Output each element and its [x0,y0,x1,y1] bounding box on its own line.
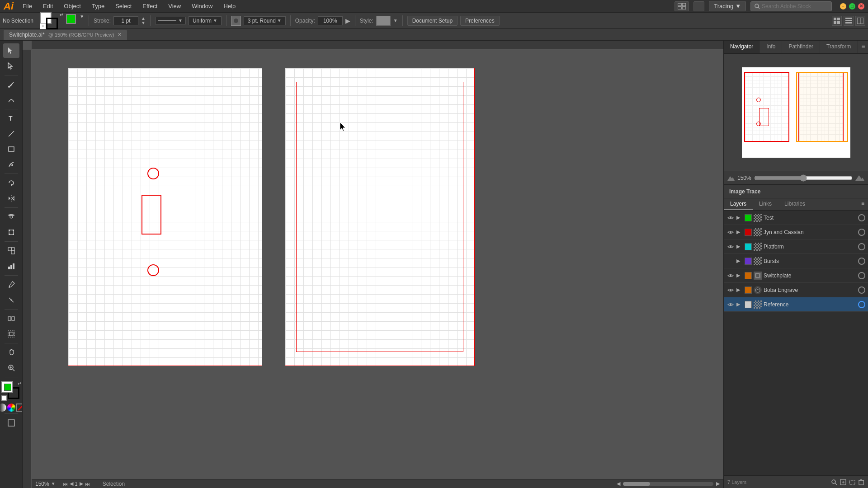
panel-icon-2[interactable] [844,16,854,26]
layer-expand-jyn[interactable]: ▶ [736,229,743,235]
layers-artboard-icon[interactable] [849,479,855,485]
scroll-bar[interactable] [623,482,713,486]
tool-color-active[interactable] [4,384,11,391]
menu-type[interactable]: Type [86,1,110,11]
color-icon[interactable] [7,404,15,412]
layer-visibility-reference[interactable] [726,300,735,309]
layer-expand-boba[interactable]: ▶ [736,287,743,293]
tab-layers[interactable]: Layers [724,198,753,210]
tool-pencil[interactable] [3,157,19,172]
scroll-left-btn[interactable]: ◀ [617,481,620,487]
layer-row-switchplate[interactable]: ▶ Switchplate [724,268,868,283]
layer-target-platform[interactable] [858,243,865,250]
menu-window[interactable]: Window [186,1,218,11]
arrange-icon[interactable] [675,1,689,11]
pen-icon[interactable] [693,1,704,11]
panel-icon-3[interactable] [855,16,865,26]
maximize-button[interactable]: □ [849,3,855,9]
menu-view[interactable]: View [163,1,186,11]
grayscale-icon[interactable] [0,404,6,412]
layer-expand-switchplate[interactable]: ▶ [736,272,743,278]
stroke-width-input[interactable] [113,16,138,25]
tool-measure[interactable] [3,293,19,307]
search-stock[interactable] [750,1,832,11]
style-preview[interactable] [376,16,391,26]
close-button[interactable]: ✕ [858,3,864,9]
search-stock-input[interactable] [762,3,825,9]
tool-warp[interactable] [3,210,19,224]
layers-search-icon[interactable] [831,479,837,485]
layer-visibility-platform[interactable] [726,243,735,251]
layer-visibility-bursts[interactable] [726,257,735,265]
layer-row-bursts[interactable]: ▶ Bursts [724,254,868,268]
opacity-input[interactable] [318,16,343,25]
layers-new-layer-icon[interactable] [840,479,846,485]
tab-links[interactable]: Links [753,198,778,210]
layer-target-jyn[interactable] [858,229,865,236]
layer-target-boba[interactable] [858,286,865,294]
layer-visibility-boba[interactable] [726,286,735,294]
tool-shape-builder[interactable] [3,244,19,258]
artboard-right[interactable] [285,68,475,366]
shape-circle-bottom[interactable] [147,264,159,276]
page-first-btn[interactable]: ⏮ [63,481,68,487]
layers-menu-btn[interactable]: ≡ [858,198,868,210]
layer-expand-platform[interactable]: ▶ [736,244,743,249]
layer-target-switchplate[interactable] [858,272,865,279]
zoom-control[interactable]: 150% ▼ [35,481,56,487]
menu-object[interactable]: Object [58,1,86,11]
layers-delete-icon[interactable] [858,479,864,485]
nav-viewport-indicator[interactable] [796,72,848,142]
tool-line[interactable] [3,127,19,141]
menu-effect[interactable]: Effect [137,1,163,11]
tab-transform[interactable]: Transform [820,41,858,53]
zoom-arrow[interactable]: ▼ [51,481,56,486]
tool-edit-mode[interactable] [3,416,19,430]
page-prev-btn[interactable]: ◀ [70,481,73,487]
layer-target-reference[interactable] [858,301,865,308]
tool-zoom[interactable] [3,361,19,375]
stroke-up-arrow[interactable]: ▲▼ [141,16,146,25]
stroke-cap-selector[interactable]: 3 pt. Round ▼ [244,16,286,25]
preferences-button[interactable]: Preferences [460,16,500,26]
inner-border[interactable] [296,82,463,352]
minimize-button[interactable]: − [840,3,846,9]
swap-icon[interactable]: ⇄ [60,12,63,17]
layer-row-boba[interactable]: ▶ Boba Engrave [724,283,868,297]
stroke-dot-icon[interactable] [231,16,241,26]
nav-zoom-slider[interactable] [754,174,853,182]
tool-select[interactable] [3,43,19,58]
layer-expand-bursts[interactable]: ▶ [736,258,743,264]
tool-curvature[interactable] [3,93,19,107]
tool-hand[interactable] [3,345,19,360]
stroke-swatch[interactable] [46,18,58,29]
doc-setup-button[interactable]: Document Setup [407,16,458,26]
tool-rect[interactable] [3,142,19,156]
artboard-left[interactable] [68,68,262,366]
tab-pathfinder[interactable]: Pathfinder [782,41,820,53]
tool-transform-group[interactable] [3,311,19,326]
scroll-right-btn[interactable]: ▶ [716,481,720,487]
canvas-viewport[interactable] [32,50,723,479]
tool-none-icon[interactable] [1,395,7,401]
layer-row-test[interactable]: ▶ Test [724,211,868,225]
layer-expand-test[interactable]: ▶ [736,215,743,221]
tool-eyedropper[interactable] [3,277,19,292]
default-colors-icon[interactable]: D [40,23,46,29]
tool-artboard[interactable] [3,327,19,341]
shape-rect[interactable] [142,195,161,235]
tool-chart[interactable] [3,259,19,273]
tool-type[interactable]: T [3,111,19,126]
tracing-button[interactable]: Tracing ▼ [709,1,746,11]
layer-row-platform[interactable]: ▶ Platform [724,239,868,254]
page-next-btn[interactable]: ▶ [80,481,83,487]
shape-circle-top[interactable] [147,168,159,179]
tab-libraries[interactable]: Libraries [778,198,811,210]
menu-edit[interactable]: Edit [38,1,58,11]
none-icon[interactable] [16,404,23,412]
fill-arrow[interactable]: ▼ [80,14,84,19]
layer-visibility-test[interactable] [726,214,735,222]
tab-navigator[interactable]: Navigator [724,41,760,53]
tool-swap-icon[interactable]: ⇄ [18,381,21,385]
panel-icon-1[interactable] [832,16,842,26]
